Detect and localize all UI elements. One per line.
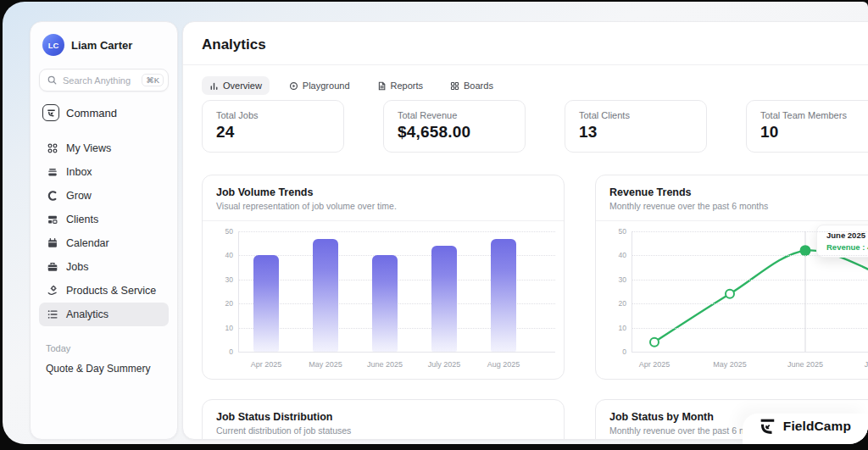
data-point-may-2025[interactable] — [726, 290, 734, 298]
y-axis-line — [632, 231, 632, 352]
y-axis-tick: 0 — [214, 347, 233, 356]
y-axis-tick: 20 — [608, 299, 626, 308]
stat-value: 10 — [760, 123, 868, 142]
avatar[interactable]: LC — [42, 34, 64, 56]
page-title: Analytics — [202, 36, 868, 53]
sidebar-item-products-service[interactable]: Products & Service — [39, 279, 169, 303]
stat-card-total-revenue: Total Revenue $4,658.00 — [383, 100, 526, 153]
x-axis-label: May 2025 — [300, 360, 351, 369]
grow-icon — [46, 190, 58, 203]
gridline — [632, 280, 868, 281]
user-name: Liam Carter — [71, 39, 132, 52]
sidebar-item-label: Calendar — [66, 237, 109, 249]
sidebar-item-jobs[interactable]: Jobs — [39, 255, 169, 279]
stat-label: Total Team Members — [760, 110, 868, 120]
sidebar-item-quote-day-summery[interactable]: Quote & Day Summery — [39, 363, 169, 375]
reports-document-icon — [377, 81, 387, 91]
stat-card-total-team-members: Total Team Members 10 — [746, 100, 868, 153]
main-header: Analytics — [183, 22, 868, 65]
tab-boards[interactable]: Boards — [442, 76, 501, 95]
data-point-june-2025[interactable] — [800, 245, 811, 256]
command-logo-icon — [42, 104, 59, 121]
card-title: Job Status Distribution — [216, 411, 550, 423]
bar-may-2025[interactable] — [313, 239, 338, 352]
sidebar-item-my-views[interactable]: My Views — [39, 136, 169, 160]
stat-value: 13 — [579, 123, 693, 142]
search-input[interactable] — [63, 75, 137, 86]
x-axis-label: July 2025 — [855, 360, 868, 369]
y-axis-tick: 50 — [608, 227, 626, 236]
sidebar-item-label: Products & Service — [66, 285, 156, 297]
analytics-list-icon — [46, 308, 58, 321]
inbox-icon — [46, 166, 58, 179]
sidebar-item-label: Command — [66, 107, 117, 119]
boards-grid-icon — [450, 81, 459, 91]
stat-label: Total Jobs — [216, 110, 330, 120]
sidebar-item-label: Jobs — [66, 261, 88, 273]
x-axis-label: July 2025 — [419, 360, 470, 369]
y-axis-tick: 0 — [608, 347, 626, 356]
card-subtitle: Current distribution of job statuses — [216, 425, 550, 436]
bar-june-2025[interactable] — [372, 255, 398, 352]
tab-label: Boards — [464, 81, 493, 91]
gridline — [632, 328, 868, 329]
sidebar-item-label: Inbox — [66, 166, 92, 178]
line-chart: June 2025 Revenue : 4000 01020304050Apr … — [608, 216, 868, 381]
stat-card-total-clients: Total Clients 13 — [565, 100, 707, 153]
card-subtitle: Visual representation of job volume over… — [216, 201, 550, 211]
x-axis-label: Aug 2025 — [478, 360, 529, 369]
sidebar-item-calendar[interactable]: Calendar — [39, 231, 169, 255]
y-axis-tick: 10 — [214, 324, 233, 332]
bar-july-2025[interactable] — [431, 246, 457, 352]
gridline — [238, 231, 555, 232]
sidebar-item-label: My Views — [66, 142, 111, 154]
y-axis-tick: 40 — [214, 251, 233, 259]
y-axis-tick: 20 — [214, 299, 233, 308]
bar-aug-2025[interactable] — [491, 239, 516, 352]
bar-chart: 01020304050Apr 2025May 2025June 2025July… — [214, 216, 555, 381]
x-axis-label: May 2025 — [704, 360, 755, 369]
sidebar-item-analytics[interactable]: Analytics — [39, 303, 169, 326]
user-profile[interactable]: LC Liam Carter — [39, 34, 169, 56]
y-axis-tick: 10 — [608, 324, 626, 332]
card-job-volume-trends: Job Volume Trends Visual representation … — [202, 175, 565, 380]
tab-label: Reports — [391, 81, 424, 91]
bar-apr-2025[interactable] — [253, 255, 279, 352]
card-revenue-trends: Revenue Trends Monthly revenue over the … — [595, 175, 868, 380]
playground-icon — [289, 81, 298, 91]
sidebar-item-inbox[interactable]: Inbox — [39, 160, 169, 184]
x-axis-line — [632, 352, 868, 353]
y-axis-tick: 30 — [214, 275, 233, 284]
sidebar-item-command[interactable]: Command — [39, 103, 169, 123]
tooltip-value: Revenue : 4000 — [826, 242, 868, 252]
gridline — [632, 231, 868, 232]
fieldcamp-watermark: FieldCamp — [743, 414, 868, 444]
y-axis-tick: 30 — [608, 275, 626, 284]
sidebar-item-clients[interactable]: Clients — [39, 208, 169, 231]
stat-value: 24 — [216, 123, 330, 142]
today-section-label: Today — [39, 343, 169, 353]
search-box[interactable]: ⌘K — [39, 69, 169, 92]
y-axis-tick: 50 — [214, 227, 233, 236]
sidebar-item-label: Grow — [66, 190, 92, 202]
data-point-apr-2025[interactable] — [650, 338, 659, 347]
y-axis-line — [238, 231, 239, 352]
x-axis-label: Apr 2025 — [629, 360, 680, 369]
stat-card-total-jobs: Total Jobs 24 — [202, 100, 344, 153]
sidebar: LC Liam Carter ⌘K Command My Views — [30, 21, 178, 440]
sidebar-item-label: Clients — [66, 214, 98, 225]
tab-bar: Overview Playground Reports Boards — [202, 76, 868, 95]
sidebar-item-grow[interactable]: Grow — [39, 184, 169, 208]
tab-label: Overview — [223, 81, 262, 91]
tab-overview[interactable]: Overview — [202, 76, 270, 95]
tab-reports[interactable]: Reports — [370, 76, 431, 95]
chart-tooltip: June 2025 Revenue : 4000 — [816, 225, 868, 258]
app-window: LC Liam Carter ⌘K Command My Views — [3, 2, 868, 444]
calendar-icon — [46, 237, 58, 250]
fieldcamp-wordmark: FieldCamp — [783, 419, 851, 434]
tab-playground[interactable]: Playground — [281, 76, 358, 95]
views-grid-icon — [46, 142, 58, 155]
stat-value: $4,658.00 — [398, 123, 511, 142]
tab-label: Playground — [303, 81, 350, 91]
briefcase-icon — [46, 261, 58, 274]
